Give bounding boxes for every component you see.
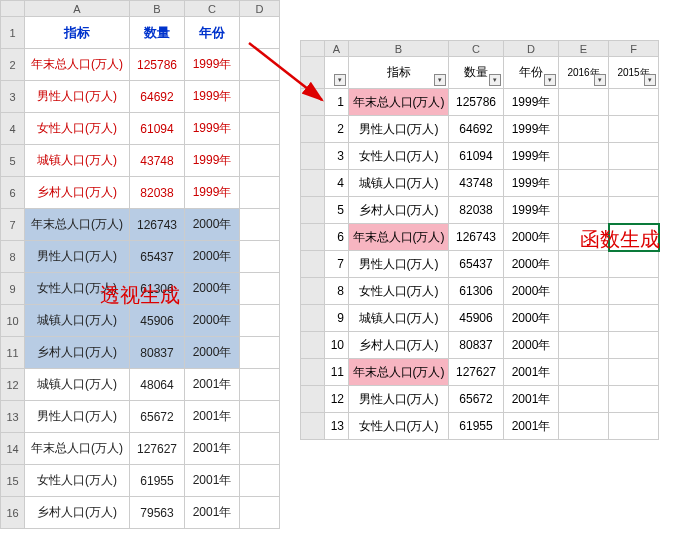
- cell[interactable]: [609, 359, 659, 386]
- col-header-D[interactable]: D: [504, 41, 559, 57]
- row-header[interactable]: [301, 89, 325, 116]
- cell[interactable]: 2000年: [185, 273, 240, 305]
- col-header-E[interactable]: E: [559, 41, 609, 57]
- cell[interactable]: 2001年: [504, 359, 559, 386]
- cell[interactable]: 7: [325, 251, 349, 278]
- cell[interactable]: 城镇人口(万人): [349, 170, 449, 197]
- cell[interactable]: 女性人口(万人): [25, 113, 130, 145]
- col-header-C[interactable]: C: [185, 1, 240, 17]
- cell[interactable]: 1999年: [504, 170, 559, 197]
- cell[interactable]: 82038: [449, 197, 504, 224]
- cell[interactable]: [609, 278, 659, 305]
- cell[interactable]: 年末总人口(万人): [349, 359, 449, 386]
- cell[interactable]: 65672: [130, 401, 185, 433]
- cell[interactable]: 11: [325, 359, 349, 386]
- row-header[interactable]: 4: [1, 113, 25, 145]
- cell[interactable]: 48064: [130, 369, 185, 401]
- cell[interactable]: 2001年: [504, 413, 559, 440]
- cell[interactable]: [559, 224, 609, 251]
- cell[interactable]: 年末总人口(万人): [349, 89, 449, 116]
- cell[interactable]: 79563: [130, 497, 185, 529]
- cell[interactable]: 2000年: [185, 337, 240, 369]
- cell[interactable]: 9: [325, 305, 349, 332]
- row-header[interactable]: [301, 197, 325, 224]
- cell[interactable]: 1999年: [504, 143, 559, 170]
- row-header[interactable]: [301, 57, 325, 89]
- cell[interactable]: 数量: [130, 17, 185, 49]
- corner-cell[interactable]: [1, 1, 25, 17]
- cell[interactable]: 2000年: [504, 251, 559, 278]
- cell[interactable]: [240, 145, 280, 177]
- row-header[interactable]: [301, 116, 325, 143]
- filter-icon[interactable]: ▾: [434, 74, 446, 86]
- cell[interactable]: 乡村人口(万人): [25, 337, 130, 369]
- cell[interactable]: 1999年: [504, 116, 559, 143]
- cell[interactable]: [609, 143, 659, 170]
- left-spreadsheet[interactable]: A B C D 1 指标 数量 年份 2年末总人口(万人)1257861999年…: [0, 0, 280, 529]
- cell[interactable]: 65672: [449, 386, 504, 413]
- row-header[interactable]: 12: [1, 369, 25, 401]
- cell[interactable]: 2000年: [504, 278, 559, 305]
- cell[interactable]: [240, 497, 280, 529]
- cell[interactable]: [559, 143, 609, 170]
- row-header[interactable]: [301, 386, 325, 413]
- filter-icon[interactable]: ▾: [644, 74, 656, 86]
- cell[interactable]: 1: [325, 89, 349, 116]
- row-header[interactable]: 9: [1, 273, 25, 305]
- row-header[interactable]: 8: [1, 241, 25, 273]
- row-header[interactable]: 16: [1, 497, 25, 529]
- cell[interactable]: 年份: [185, 17, 240, 49]
- cell[interactable]: [240, 81, 280, 113]
- cell[interactable]: 指标▾: [349, 57, 449, 89]
- cell[interactable]: 1999年: [504, 197, 559, 224]
- cell[interactable]: 年末总人口(万人): [25, 49, 130, 81]
- cell[interactable]: 61955: [449, 413, 504, 440]
- row-header[interactable]: [301, 170, 325, 197]
- cell[interactable]: 61094: [449, 143, 504, 170]
- row-header[interactable]: [301, 332, 325, 359]
- cell[interactable]: 43748: [449, 170, 504, 197]
- cell[interactable]: [559, 278, 609, 305]
- cell[interactable]: 2000年: [185, 209, 240, 241]
- cell[interactable]: 数量▾: [449, 57, 504, 89]
- cell[interactable]: 乡村人口(万人): [349, 197, 449, 224]
- cell[interactable]: 1999年: [185, 49, 240, 81]
- cell[interactable]: 82038: [130, 177, 185, 209]
- cell[interactable]: [559, 386, 609, 413]
- cell[interactable]: 45906: [130, 305, 185, 337]
- row-header[interactable]: 7: [1, 209, 25, 241]
- cell[interactable]: [609, 224, 659, 251]
- row-header[interactable]: 15: [1, 465, 25, 497]
- cell[interactable]: 43748: [130, 145, 185, 177]
- row-header[interactable]: 5: [1, 145, 25, 177]
- cell[interactable]: 女性人口(万人): [25, 465, 130, 497]
- cell[interactable]: 10: [325, 332, 349, 359]
- cell[interactable]: [559, 359, 609, 386]
- cell[interactable]: [559, 413, 609, 440]
- cell[interactable]: 男性人口(万人): [349, 386, 449, 413]
- cell[interactable]: [609, 116, 659, 143]
- cell[interactable]: [240, 337, 280, 369]
- cell[interactable]: 65437: [449, 251, 504, 278]
- row-header[interactable]: 11: [1, 337, 25, 369]
- cell[interactable]: 64692: [449, 116, 504, 143]
- cell[interactable]: 4: [325, 170, 349, 197]
- cell[interactable]: [240, 241, 280, 273]
- col-header-A[interactable]: A: [325, 41, 349, 57]
- cell[interactable]: 61306: [449, 278, 504, 305]
- cell[interactable]: 2001年: [504, 386, 559, 413]
- cell[interactable]: 126743: [130, 209, 185, 241]
- cell[interactable]: ▾: [325, 57, 349, 89]
- row-header[interactable]: 10: [1, 305, 25, 337]
- cell[interactable]: 2001年: [185, 401, 240, 433]
- cell[interactable]: [559, 251, 609, 278]
- cell[interactable]: 男性人口(万人): [349, 116, 449, 143]
- col-header-B[interactable]: B: [130, 1, 185, 17]
- cell[interactable]: 女性人口(万人): [349, 278, 449, 305]
- row-header[interactable]: [301, 143, 325, 170]
- cell[interactable]: 城镇人口(万人): [25, 145, 130, 177]
- cell[interactable]: 5: [325, 197, 349, 224]
- filter-icon[interactable]: ▾: [594, 74, 606, 86]
- cell[interactable]: 3: [325, 143, 349, 170]
- cell[interactable]: [609, 305, 659, 332]
